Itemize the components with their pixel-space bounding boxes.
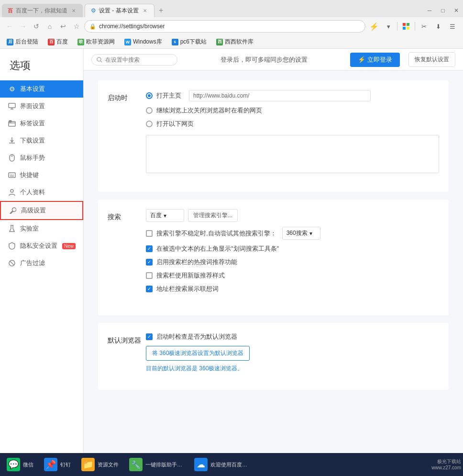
taskbar-wechat-label: 微信 [23,461,33,468]
forward-button[interactable]: → [17,21,29,32]
manage-search-engines-button[interactable]: 管理搜索引擎... [188,209,238,222]
restore-button[interactable]: □ [436,4,450,17]
sidebar-item-privacy[interactable]: 隐私安全设置 New [0,237,83,255]
sidebar-item-lab[interactable]: 实验室 [0,220,83,237]
sidebar-item-adblock[interactable]: 广告过滤 [0,255,83,272]
user-icon [8,188,16,197]
dingtalk-icon: 📌 [44,458,57,471]
taskbar-item-baidu-pan[interactable]: ☁ 欢迎使用百度网盘 [189,455,254,474]
bookmark-3[interactable]: 欧 欧菲资源网 [75,37,118,47]
tab-bar: 百 百度一下，你就知道 ✕ ⚙ 设置 - 基本设置 ✕ + ─ □ ✕ [0,0,463,17]
bookmark-5[interactable]: 6 pc6下载站 [169,37,209,47]
download-icon-nav [8,136,16,145]
sidebar-item-mouse-label: 鼠标手势 [20,154,45,162]
sidebar-item-lab-label: 实验室 [20,224,39,233]
new-tab-button[interactable]: + [154,4,168,17]
tab-1-title: 百度一下，你就知道 [16,7,67,15]
lightning-icon[interactable]: ⚡ [367,20,381,33]
default-browser-body: 启动时检查是否为默认浏览器 将 360极速浏览器设置为默认浏览器 目前的默认浏览… [146,332,439,373]
startup-row: 启动时 打开主页 继续浏览上次关闭浏览器时在看的网页 [108,90,439,175]
startup-radio-2[interactable] [146,107,153,114]
tab-2[interactable]: ⚙ 设置 - 基本设置 ✕ [85,4,154,17]
minimize-button[interactable]: ─ [423,4,436,17]
homepage-url-input[interactable] [189,90,371,101]
svg-rect-2 [403,27,406,30]
back-button2[interactable]: ↩ [57,21,69,32]
tab-2-close[interactable]: ✕ [142,7,148,14]
close-window-button[interactable]: ✕ [450,4,463,17]
tab-1[interactable]: 百 百度一下，你就知道 ✕ [2,4,83,17]
menu-button[interactable]: ☰ [446,20,459,33]
startup-radio-3[interactable] [146,121,153,127]
corner-line2: www.z27.com [431,465,461,471]
sidebar-item-mouse[interactable]: 鼠标手势 [0,149,83,166]
scissors-icon[interactable]: ✂ [417,20,430,33]
startup-body: 打开主页 继续浏览上次关闭浏览器时在看的网页 打开以下网页 [146,90,439,175]
browser-window: 百 百度一下，你就知道 ✕ ⚙ 设置 - 基本设置 ✕ + ─ □ ✕ ← → … [0,0,463,49]
tab-1-favicon: 百 [8,7,13,14]
sidebar-item-download[interactable]: 下载设置 [0,132,83,149]
sidebar-item-shortcut[interactable]: 快捷键 [0,166,83,184]
login-button[interactable]: ⚡ 立即登录 [350,53,400,67]
restore-defaults-button[interactable]: 恢复默认设置 [408,52,455,67]
svg-point-12 [97,57,101,61]
sidebar-item-profile[interactable]: 个人资料 [0,184,83,201]
bookmark-4[interactable]: W Windows库 [121,37,165,47]
default-browser-checkbox[interactable] [146,333,153,340]
startup-radio-1[interactable] [146,92,153,99]
formatter-text: 🔧 [131,460,141,469]
taskbar-item-wechat[interactable]: 💬 微信 [2,455,38,474]
svg-rect-6 [9,121,11,122]
download-icon[interactable]: ⬇ [431,20,445,33]
search-checkbox-5[interactable] [146,286,153,292]
taskbar-item-files[interactable]: 📁 资源文件 [77,455,123,474]
home-button[interactable]: ⌂ [44,21,55,32]
tab-1-close[interactable]: ✕ [70,7,77,14]
taskbar-item-formatter[interactable]: 🔧 一键排版助手(MyE... [124,455,188,474]
set-default-browser-button[interactable]: 将 360极速浏览器设置为默认浏览器 [146,346,250,361]
sidebar-item-tabs[interactable]: 标签设置 [0,115,83,132]
login-hint: 登录后，即可多端同步您的设置 [182,55,345,64]
search-label: 搜索 [108,209,146,221]
search-checkbox-1[interactable] [146,230,153,237]
taskbar-item-dingtalk[interactable]: 📌 钉钉 [39,455,76,474]
sidebar-item-profile-label: 个人资料 [20,188,45,197]
bookmark-6-icon: 西 [216,39,223,45]
bookmark-6[interactable]: 西 西西软件库 [213,37,256,47]
search-checkbox-4[interactable] [146,272,153,279]
search-box[interactable] [91,54,177,66]
bookmark-4-icon: W [124,39,131,45]
fallback-engine-value: 360搜索 [287,229,308,237]
sidebar-item-ui[interactable]: 界面设置 [0,98,83,115]
star-button[interactable]: ☆ [71,21,82,32]
sidebar-item-basic[interactable]: ⚙ 基本设置 [0,80,83,98]
search-option4-label: 搜索栏使用新版推荐样式 [156,271,225,280]
taskbar-files-label: 资源文件 [98,461,119,468]
lab-icon [8,224,16,233]
bookmark-1[interactable]: 后 后台登陆 [4,37,41,47]
sidebar-item-advanced[interactable]: 高级设置 [0,201,83,220]
chevron-down-icon2: ▾ [309,230,312,237]
search-checkbox-2[interactable] [146,245,153,252]
taskbar-formatter-label: 一键排版助手(MyE... [145,461,184,468]
svg-point-9 [11,189,13,192]
bookmark-2[interactable]: 百 百度 [45,37,71,47]
fallback-engine-select[interactable]: 360搜索 ▾ [282,227,320,240]
chevron-down-icon: ▾ [164,212,166,219]
search-input[interactable] [105,56,172,63]
startup-urls-textarea[interactable] [146,135,439,173]
search-engine-select[interactable]: 百度 ▾ [146,209,184,222]
back-button[interactable]: ← [4,21,15,32]
windows-button[interactable] [399,20,413,33]
taskbar-right: 极光下载站 www.z27.com [431,458,461,471]
search-option1-label: 搜索引擎不稳定时,自动尝试其他搜索引擎： [156,229,276,238]
default-browser-row: 默认浏览器 启动时检查是否为默认浏览器 将 360极速浏览器设置为默认浏览器 目… [108,332,439,373]
dropdown-button[interactable]: ▾ [382,20,395,33]
startup-option1-label: 打开主页 [156,91,181,100]
tab-2-favicon: ⚙ [91,7,96,14]
toolbar-divider2 [415,22,415,31]
search-checkbox-3[interactable] [146,259,153,266]
lightning-label: ⚡ [358,56,365,63]
refresh-button[interactable]: ↺ [31,21,42,32]
address-box[interactable]: 🔒 chrome://settings/browser [84,20,365,33]
